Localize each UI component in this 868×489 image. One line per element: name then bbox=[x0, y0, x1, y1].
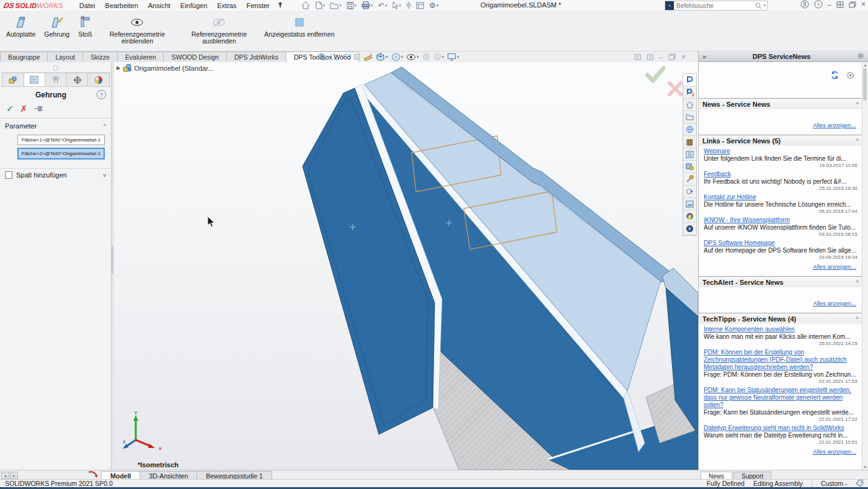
edit-appearance-icon[interactable] bbox=[422, 53, 430, 61]
news-item-link[interactable]: Interne Komponenten auswählen bbox=[704, 326, 857, 333]
parameter-section-header[interactable]: Parameter ^ bbox=[0, 119, 111, 132]
news-item-link[interactable]: PDM: Kann bei Statusänderungen eingestel… bbox=[704, 387, 857, 409]
hide-show-items-icon[interactable]: ▾ bbox=[406, 53, 419, 61]
addins-tab-icon[interactable] bbox=[683, 186, 696, 198]
appearances-tab-icon[interactable] bbox=[683, 161, 696, 173]
refresh-icon[interactable] bbox=[830, 71, 839, 79]
dps-support-tab-icon[interactable]: 1 bbox=[683, 86, 696, 99]
news-settings-gear-icon[interactable] bbox=[846, 71, 855, 80]
anzeigestatus-entfernen-button[interactable]: Anzeigestatus entfernen bbox=[262, 14, 337, 39]
attachment-icon[interactable] bbox=[404, 1, 413, 9]
cancel-button[interactable]: ✗ bbox=[20, 104, 28, 114]
ribbon-tab-layout[interactable]: Layout bbox=[47, 52, 83, 62]
home-icon[interactable] bbox=[299, 1, 312, 9]
apply-scene-icon[interactable]: ▾ bbox=[433, 53, 445, 61]
file-explorer-tab-icon[interactable] bbox=[683, 111, 696, 123]
tree-expand-icon[interactable]: ▶ bbox=[117, 65, 120, 71]
news-item-link[interactable]: Feedback bbox=[704, 171, 857, 178]
forum-tab-icon[interactable] bbox=[683, 123, 696, 136]
ribbon-tab-baugruppe[interactable]: Baugruppe bbox=[0, 52, 48, 62]
stoss-button[interactable]: Stoß bbox=[76, 14, 94, 39]
tab-displaymanager[interactable] bbox=[87, 73, 110, 86]
close-button[interactable]: × bbox=[861, 0, 866, 9]
show-all-link[interactable]: Alles anzeigen... bbox=[813, 448, 856, 455]
doc-restore-button[interactable] bbox=[668, 53, 676, 60]
tab-scroll-buttons[interactable]: ◂▸ bbox=[1, 472, 18, 479]
zoom-fit-icon[interactable] bbox=[317, 53, 326, 61]
doc-minimize-button[interactable]: – bbox=[659, 53, 663, 61]
tag-icon[interactable] bbox=[856, 480, 864, 487]
next-window-icon[interactable] bbox=[647, 54, 653, 60]
refgeo-einblenden-button[interactable]: Referenzgeometrie einblenden bbox=[98, 14, 176, 46]
user-account-icon[interactable] bbox=[800, 0, 809, 9]
select-icon[interactable]: ▾ bbox=[390, 1, 403, 9]
configuration-selector[interactable]: Custom ▾ bbox=[821, 480, 847, 487]
flyout-feature-tree[interactable]: ▶ Origamimoebel (Standar... bbox=[117, 64, 214, 72]
news-item-link[interactable]: Dateityp Erweiterung sieht man nicht in … bbox=[704, 424, 857, 432]
pm-help-icon[interactable]: ? bbox=[97, 90, 106, 99]
section-collapse-icon[interactable]: ^ bbox=[856, 316, 859, 322]
resources-alert-icon[interactable] bbox=[87, 471, 99, 479]
design-library-tab-icon[interactable] bbox=[683, 136, 696, 148]
menu-fenster[interactable]: Fenster bbox=[241, 1, 274, 10]
face-selection-field-2[interactable]: Fläche<2>@Teil2^Origamimoebel-1 bbox=[17, 148, 105, 159]
section-collapse-icon[interactable]: ^ bbox=[856, 279, 859, 285]
model-tab-bewegungsstudie-1[interactable]: Bewegungsstudie 1 bbox=[197, 471, 272, 480]
previous-view-icon[interactable] bbox=[341, 53, 350, 61]
menu-datei[interactable]: Datei bbox=[74, 1, 100, 10]
dps-servicenews-tab-icon[interactable] bbox=[683, 74, 696, 86]
graphics-viewport[interactable]: ▶ Origamimoebel (Standar... Y x z *Isome… bbox=[114, 62, 698, 470]
doc-close-button[interactable]: × bbox=[681, 53, 686, 61]
menu-bearbeiten[interactable]: Bearbeiten bbox=[100, 1, 143, 10]
view-settings-icon[interactable]: ▾ bbox=[447, 53, 459, 61]
gehrung-button[interactable]: Gehrung bbox=[42, 14, 72, 39]
search-input[interactable] bbox=[674, 2, 755, 9]
display-style-icon[interactable]: ▾ bbox=[391, 53, 404, 61]
ribbon-tab-dps-jobworks[interactable]: DPS JobWorks bbox=[226, 52, 286, 62]
print-icon[interactable]: ▾ bbox=[360, 1, 375, 9]
zoom-area-icon[interactable] bbox=[329, 53, 338, 61]
measure-icon[interactable] bbox=[364, 53, 373, 61]
media-tab-icon[interactable] bbox=[683, 223, 696, 235]
search-caret-icon[interactable]: ▾ bbox=[763, 3, 766, 8]
tab-configurationmanager[interactable] bbox=[45, 73, 67, 86]
model-3d[interactable] bbox=[114, 62, 698, 470]
tab-dimxpertmanager[interactable] bbox=[66, 73, 89, 86]
gap-checkbox[interactable] bbox=[5, 171, 12, 179]
view-palette-tab-icon[interactable] bbox=[683, 148, 696, 161]
view-orientation-icon[interactable]: ▾ bbox=[376, 53, 388, 61]
menu-einfügen[interactable]: Einfügen bbox=[175, 1, 212, 10]
news-item-link[interactable]: Webinare bbox=[704, 148, 857, 155]
section-header[interactable]: TechTipps - Service News (4)^ bbox=[699, 313, 862, 324]
sw-content-tab-icon[interactable] bbox=[683, 198, 696, 210]
tree-item-label[interactable]: Origamimoebel (Standar... bbox=[134, 65, 213, 72]
open-icon[interactable]: ▾ bbox=[328, 2, 343, 9]
section-header[interactable]: TechAlert - Service News^ bbox=[699, 276, 862, 287]
section-header[interactable]: Links - Service News (5)^ bbox=[699, 135, 862, 146]
prev-window-icon[interactable] bbox=[634, 54, 641, 60]
section-collapse-icon[interactable]: ^ bbox=[856, 138, 859, 144]
menu-extras[interactable]: Extras bbox=[212, 1, 241, 10]
model-tab-3d-ansichten[interactable]: 3D-Ansichten bbox=[140, 471, 197, 480]
face-selection-field-1[interactable]: Fläche<1>@Teil1^Origamimoebel-1 bbox=[17, 135, 105, 145]
news-item-link[interactable]: iKNOW - Ihre Wissensplattform bbox=[704, 217, 857, 224]
magnifier-icon[interactable] bbox=[755, 2, 762, 9]
ribbon-tab-evaluieren[interactable]: Evaluieren bbox=[117, 52, 164, 62]
restore-button[interactable] bbox=[849, 1, 856, 8]
scroll-up-icon[interactable]: ▲ bbox=[862, 62, 868, 68]
refgeo-ausblenden-button[interactable]: Referenzgeometrie ausblenden bbox=[180, 14, 258, 46]
panel-resize-grip[interactable] bbox=[0, 62, 111, 73]
section-collapse-icon[interactable]: ^ bbox=[856, 101, 859, 107]
ribbon-tab-swood-design[interactable]: SWOOD Design bbox=[163, 52, 226, 62]
resources-home-tab-icon[interactable] bbox=[683, 99, 696, 111]
keep-visible-pin-icon[interactable] bbox=[33, 105, 43, 112]
minimize-button[interactable]: – bbox=[828, 1, 831, 8]
save-icon[interactable]: ▾ bbox=[345, 2, 359, 9]
confirm-ok-icon[interactable] bbox=[645, 66, 666, 84]
pin-menu-icon[interactable] bbox=[277, 1, 283, 10]
undo-icon[interactable]: ↶▾ bbox=[376, 1, 389, 10]
custom-properties-tab-icon[interactable] bbox=[683, 173, 696, 186]
show-all-link[interactable]: Alles anzeigen... bbox=[813, 300, 856, 307]
browser-tab-icon[interactable] bbox=[683, 210, 696, 223]
menu-ansicht[interactable]: Ansicht bbox=[143, 1, 175, 10]
